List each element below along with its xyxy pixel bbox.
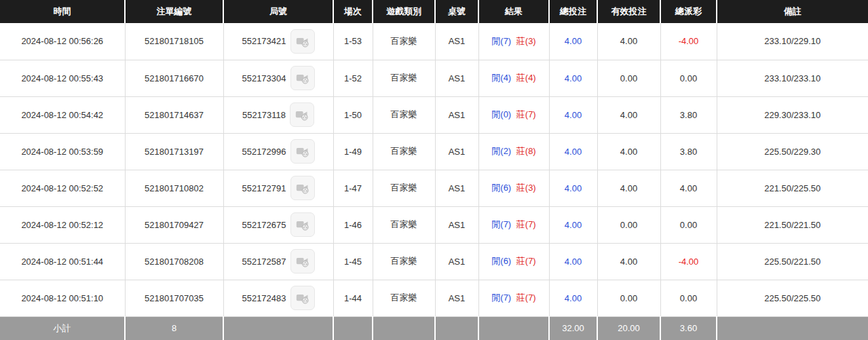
result-cell: 閒(7) 莊(7) — [478, 206, 549, 243]
video-replay-button[interactable] — [290, 139, 315, 164]
time-cell: 2024-08-12 00:51:10 — [0, 280, 125, 316]
round-id-value: 552172483 — [242, 293, 286, 303]
column-header-time: 時間 — [0, 0, 125, 23]
remark-cell: 221.50/225.50 — [717, 170, 868, 206]
total-bet-cell: 4.00 — [549, 96, 597, 133]
bet-id-cell: 521801713197 — [125, 133, 223, 170]
round-id-cell: 552173118 — [223, 96, 333, 133]
video-camera-icon — [296, 291, 309, 305]
round-id-value: 552172791 — [242, 183, 286, 193]
total-payout-cell: 0.00 — [660, 60, 717, 96]
video-replay-button[interactable] — [290, 249, 315, 273]
table-no-cell: AS1 — [435, 133, 478, 170]
video-camera-icon — [296, 35, 309, 48]
subtotal-row: 小計 8 32.00 20.00 3.60 — [0, 316, 868, 340]
table-no-cell: AS1 — [435, 170, 478, 206]
total-bet-cell: 4.00 — [549, 280, 597, 316]
column-header-total-payout: 總派彩 — [660, 0, 717, 23]
video-replay-button[interactable] — [290, 176, 315, 200]
result-cell: 閒(6) 莊(3) — [478, 170, 549, 206]
subtotal-count: 8 — [125, 316, 223, 340]
video-replay-button[interactable] — [290, 212, 315, 237]
video-replay-button[interactable] — [290, 66, 315, 90]
result-cell: 閒(6) 莊(7) — [478, 243, 549, 280]
table-row: 2024-08-12 00:51:44 521801708208 5521725… — [0, 243, 868, 280]
table-no-cell: AS1 — [435, 23, 478, 60]
video-replay-button[interactable] — [290, 286, 315, 310]
bet-id-cell: 521801709427 — [125, 206, 223, 243]
valid-bet-cell: 4.00 — [597, 23, 660, 60]
result-cell: 閒(7) 莊(7) — [478, 280, 549, 316]
subtotal-empty-result — [478, 316, 549, 340]
valid-bet-cell: 0.00 — [597, 280, 660, 316]
result-cell: 閒(2) 莊(8) — [478, 133, 549, 170]
video-camera-icon — [296, 181, 309, 195]
round-id-value: 552172996 — [242, 147, 286, 157]
valid-bet-cell: 4.00 — [597, 243, 660, 280]
total-bet-cell: 4.00 — [549, 23, 597, 60]
column-header-game-type: 遊戲類別 — [373, 0, 435, 23]
round-id-value: 552173118 — [242, 110, 286, 120]
round-id-cell: 552172483 — [223, 280, 333, 316]
video-replay-button[interactable] — [290, 102, 314, 127]
column-header-bet-id: 注單編號 — [125, 0, 223, 23]
time-cell: 2024-08-12 00:54:42 — [0, 96, 125, 133]
total-bet-cell: 4.00 — [549, 133, 597, 170]
session-cell: 1-53 — [333, 23, 373, 60]
game-type-cell: 百家樂 — [373, 96, 435, 133]
time-cell: 2024-08-12 00:52:12 — [0, 206, 125, 243]
game-type-cell: 百家樂 — [373, 133, 435, 170]
column-header-session: 場次 — [333, 0, 373, 23]
total-payout-cell: 3.80 — [660, 96, 717, 133]
remark-cell: 233.10/229.10 — [717, 23, 868, 60]
video-camera-icon — [296, 71, 309, 85]
result-player: 閒(2) — [491, 146, 511, 156]
total-payout-cell: 4.00 — [660, 170, 717, 206]
round-id-value: 552173304 — [242, 73, 286, 83]
result-banker: 莊(7) — [516, 292, 536, 303]
video-camera-icon — [296, 145, 309, 158]
bet-id-cell: 521801710802 — [125, 170, 223, 206]
round-id-cell: 552172996 — [223, 133, 333, 170]
session-cell: 1-44 — [333, 280, 373, 316]
valid-bet-cell: 0.00 — [597, 60, 660, 96]
video-camera-icon — [296, 254, 309, 268]
table-row: 2024-08-12 00:52:52 521801710802 5521727… — [0, 170, 868, 206]
session-cell: 1-52 — [333, 60, 373, 96]
game-type-cell: 百家樂 — [373, 60, 435, 96]
time-cell: 2024-08-12 00:55:43 — [0, 60, 125, 96]
subtotal-empty-session — [333, 316, 373, 340]
round-id-cell: 552172587 — [223, 243, 333, 280]
result-player: 閒(0) — [491, 109, 511, 119]
valid-bet-cell: 4.00 — [597, 96, 660, 133]
total-bet-cell: 4.00 — [549, 243, 597, 280]
total-payout-cell: 3.80 — [660, 133, 717, 170]
time-cell: 2024-08-12 00:51:44 — [0, 243, 125, 280]
session-cell: 1-45 — [333, 243, 373, 280]
video-camera-icon — [296, 218, 309, 231]
bet-id-cell: 521801707035 — [125, 280, 223, 316]
remark-cell: 233.10/233.10 — [717, 60, 868, 96]
result-banker: 莊(8) — [516, 146, 536, 156]
column-header-result: 結果 — [478, 0, 549, 23]
column-header-total-bet: 總投注 — [549, 0, 597, 23]
round-id-value: 552173421 — [242, 36, 286, 46]
bet-id-cell: 521801708208 — [125, 243, 223, 280]
result-banker: 莊(7) — [516, 256, 536, 266]
session-cell: 1-46 — [333, 206, 373, 243]
game-type-cell: 百家樂 — [373, 243, 435, 280]
time-cell: 2024-08-12 00:56:26 — [0, 23, 125, 60]
session-cell: 1-50 — [333, 96, 373, 133]
table-no-cell: AS1 — [435, 96, 478, 133]
round-id-value: 552172675 — [242, 220, 286, 230]
result-banker: 莊(7) — [516, 219, 536, 229]
subtotal-empty-game-type — [373, 316, 435, 340]
bet-records-page: 時間 注單編號 局號 場次 遊戲類別 桌號 結果 總投注 有效投注 總派彩 備註… — [0, 0, 868, 340]
column-header-table-no: 桌號 — [435, 0, 478, 23]
result-player: 閒(6) — [491, 256, 511, 266]
remark-cell: 229.30/233.10 — [717, 96, 868, 133]
valid-bet-cell: 4.00 — [597, 133, 660, 170]
table-no-cell: AS1 — [435, 243, 478, 280]
video-replay-button[interactable] — [290, 29, 315, 54]
table-row: 2024-08-12 00:53:59 521801713197 5521729… — [0, 133, 868, 170]
